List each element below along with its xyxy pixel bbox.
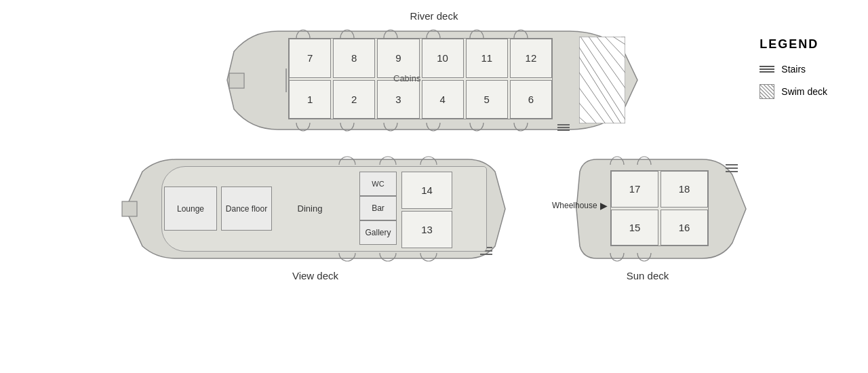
cabin-11: 11 [466, 39, 508, 78]
swim-deck-hatch [579, 37, 625, 123]
cabin-9: 9 [377, 39, 419, 78]
cabin-3: 3 [377, 80, 419, 119]
view-deck-ship: Lounge Dance floor Dining WC Bar Gallery [115, 151, 515, 267]
svg-line-4 [760, 92, 766, 98]
cabin-4: 4 [422, 80, 464, 119]
view-deck-wrapper: Lounge Dance floor Dining WC Bar Gallery [115, 151, 515, 281]
legend-swim-deck-label: Swim deck [781, 86, 827, 97]
river-deck-ship: 7 8 9 10 11 12 1 2 3 4 5 6 Cabins [224, 24, 644, 136]
svg-rect-7 [229, 73, 244, 88]
top-decks-row: River deck [0, 10, 868, 136]
sun-cabin-18: 18 [660, 171, 708, 208]
sun-cabin-grid: 17 18 15 16 [610, 170, 709, 246]
cabin-7: 7 [289, 39, 331, 78]
cabin-12: 12 [510, 39, 552, 78]
sun-cabin-15: 15 [611, 210, 658, 246]
cabin-13-room: 13 [401, 211, 452, 248]
dance-floor-room: Dance floor [221, 186, 272, 231]
legend-swimdeck-item: Swim deck [760, 84, 827, 99]
river-deck-label: River deck [410, 10, 458, 22]
legend-stairs-item: Stairs [760, 64, 827, 75]
sun-cabin-17: 17 [611, 171, 658, 208]
sun-cabin-16: 16 [660, 210, 708, 246]
cabin-10: 10 [422, 39, 464, 78]
cabin-grid: 7 8 9 10 11 12 1 2 3 4 5 6 [288, 38, 553, 119]
stairs-icon [760, 66, 774, 73]
sun-deck-ship: Wheelhouse ▶ 17 18 15 16 [542, 151, 753, 267]
legend-stairs-label: Stairs [781, 64, 806, 75]
legend: LEGEND Stairs Swim deck [760, 37, 827, 99]
legend-title: LEGEND [760, 37, 827, 52]
svg-rect-26 [122, 201, 137, 216]
cabin-6: 6 [510, 80, 552, 119]
sun-deck-wrapper: Wheelhouse ▶ 17 18 15 16 Sun deck [542, 151, 753, 281]
dining-label: Dining [276, 186, 344, 231]
gallery-room: Gallery [359, 220, 397, 245]
swim-deck-icon [760, 84, 774, 99]
cabin-2: 2 [333, 80, 375, 119]
cabin-8: 8 [333, 39, 375, 78]
view-deck-label: View deck [292, 270, 338, 281]
cabin-5: 5 [466, 80, 508, 119]
svg-rect-8 [579, 37, 625, 123]
wheelhouse-label: Wheelhouse ▶ [552, 200, 608, 211]
wc-room: WC [359, 172, 397, 196]
cabin-1: 1 [289, 80, 331, 119]
bottom-decks-row: Lounge Dance floor Dining WC Bar Gallery [0, 151, 868, 281]
sun-deck-label: Sun deck [627, 270, 669, 281]
svg-line-2 [768, 85, 774, 91]
river-deck-wrapper: River deck [224, 10, 644, 136]
bar-room: Bar [359, 196, 397, 220]
svg-line-6 [760, 96, 763, 98]
lounge-room: Lounge [164, 186, 217, 231]
cabin-14-room: 14 [401, 172, 452, 209]
svg-line-5 [772, 85, 774, 87]
svg-line-0 [760, 85, 774, 98]
